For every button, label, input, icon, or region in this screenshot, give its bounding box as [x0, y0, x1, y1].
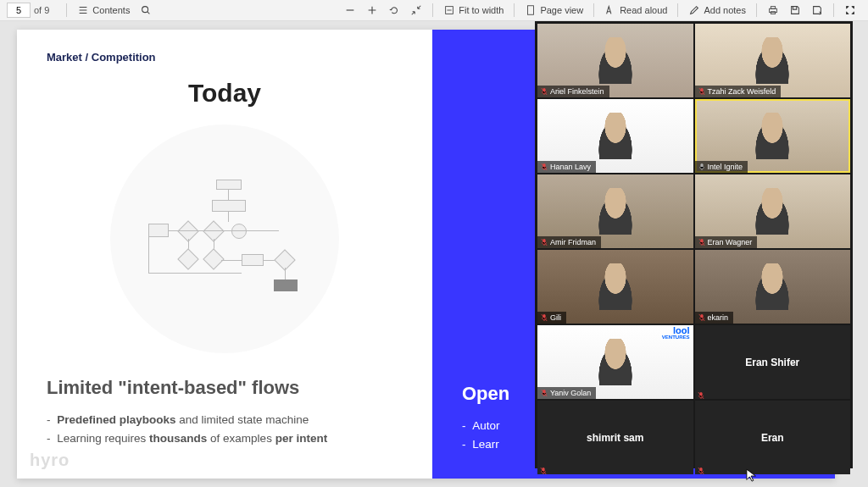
add-notes-button[interactable]: Add notes [683, 3, 751, 18]
svg-rect-2 [528, 6, 534, 15]
page-number-input[interactable] [7, 3, 31, 18]
participant-nameplate: Eran Wagner [695, 236, 758, 248]
contents-label: Contents [92, 5, 130, 15]
video-tile[interactable]: loolVENTURESYaniv Golan [537, 325, 693, 399]
page-view-button[interactable]: Page view [520, 3, 588, 18]
participant-nameplate: Hanan Lavy [537, 161, 596, 173]
slide-left-heading: Limited "intent-based" flows [47, 377, 403, 399]
participant-nameplate: Amir Fridman [537, 236, 601, 248]
pdf-toolbar: of 9 Contents Fit to width Page view Rea… [0, 0, 868, 21]
muted-mic-icon [541, 87, 548, 96]
video-tile[interactable]: shimrit sam [537, 401, 693, 474]
collapse-icon [410, 4, 422, 16]
print-icon [767, 4, 779, 16]
participant-nameplate: Intel Ignite [695, 161, 748, 173]
fit-width-icon [443, 4, 455, 16]
participant-name: Eran [695, 401, 851, 474]
video-tile[interactable]: Hanan Lavy [537, 99, 693, 173]
slide-left-bullets: Predefined playbooks and limited state m… [47, 411, 403, 449]
print-button[interactable] [762, 3, 784, 18]
slide-left-column: Market / Competition Today [17, 30, 432, 479]
mouse-cursor [746, 468, 758, 484]
participant-name: Ariel Finkelstein [550, 87, 604, 96]
video-tile[interactable]: Amir Fridman [537, 174, 693, 248]
rotate-icon [388, 4, 400, 16]
muted-mic-icon [698, 87, 705, 96]
slide-left-title: Today [47, 79, 403, 108]
rotate-button[interactable] [383, 3, 405, 18]
participant-nameplate: Ariel Finkelstein [537, 86, 609, 97]
video-call-panel[interactable]: Ariel FinkelsteinTzahi Zack WeisfeldHana… [535, 21, 853, 468]
participant-nameplate: Gili [537, 312, 566, 324]
add-notes-label: Add notes [704, 5, 746, 15]
zoom-out-button[interactable] [339, 3, 361, 18]
page-view-icon [525, 4, 537, 16]
muted-mic-icon [541, 238, 548, 246]
video-tile[interactable]: Eran [695, 401, 851, 474]
participant-name: Eran Shifer [695, 325, 851, 399]
zoom-in-button[interactable] [361, 3, 383, 18]
fit-to-width-button[interactable]: Fit to width [438, 3, 509, 18]
video-tile[interactable]: Intel Ignite [695, 99, 851, 173]
mic-icon [698, 163, 705, 171]
participant-name: shimrit sam [537, 401, 693, 474]
participant-nameplate: Yaniv Golan [537, 387, 596, 399]
saveas-button[interactable] [806, 3, 828, 18]
fullscreen-icon [844, 4, 856, 16]
participant-name: Hanan Lavy [550, 163, 591, 171]
pen-icon [688, 4, 700, 16]
video-tile[interactable]: Gili [537, 250, 693, 324]
participant-name: Gili [550, 313, 561, 322]
participant-nameplate: Tzahi Zack Weisfeld [695, 86, 782, 97]
muted-mic-icon [698, 463, 704, 472]
page-total-label: of 9 [34, 5, 49, 15]
video-tile[interactable]: Eran Shifer [695, 325, 851, 399]
contents-button[interactable]: Contents [72, 3, 135, 18]
muted-mic-icon [541, 389, 548, 397]
muted-mic-icon [698, 313, 705, 322]
participant-name: Tzahi Zack Weisfeld [708, 87, 776, 96]
read-aloud-icon [604, 4, 616, 16]
muted-mic-icon [540, 463, 547, 472]
saveas-icon [811, 4, 823, 16]
save-icon [789, 4, 801, 16]
plus-icon [366, 4, 378, 16]
svg-rect-4 [771, 7, 775, 9]
list-icon [77, 4, 89, 16]
brand-logo: hyro [30, 451, 70, 470]
lool-logo: loolVENTURES [662, 327, 690, 340]
video-tile[interactable]: Tzahi Zack Weisfeld [695, 24, 851, 97]
minus-icon [344, 4, 356, 16]
collapse-button[interactable] [405, 3, 427, 18]
bullet-item: Learning requires thousands of examples … [47, 429, 403, 448]
save-button[interactable] [784, 3, 806, 18]
muted-mic-icon [698, 388, 704, 396]
slide-breadcrumb: Market / Competition [47, 51, 403, 64]
svg-point-0 [142, 7, 148, 13]
participant-name: Amir Fridman [550, 238, 596, 246]
fit-width-label: Fit to width [459, 5, 504, 15]
flowchart-diagram [110, 125, 339, 353]
search-icon [140, 4, 152, 16]
video-tile[interactable]: Ariel Finkelstein [537, 24, 693, 97]
read-aloud-label: Read aloud [620, 5, 667, 15]
muted-mic-icon [698, 238, 705, 246]
participant-nameplate: ekarin [695, 312, 734, 324]
bullet-item: Predefined playbooks and limited state m… [47, 411, 403, 429]
participant-name: ekarin [708, 313, 729, 322]
participant-name: Intel Ignite [708, 163, 743, 171]
fullscreen-button[interactable] [839, 3, 861, 18]
video-tile[interactable]: ekarin [695, 250, 851, 324]
participant-name: Eran Wagner [708, 238, 753, 246]
search-button[interactable] [135, 3, 157, 18]
muted-mic-icon [541, 313, 548, 322]
page-view-label: Page view [540, 5, 583, 15]
muted-mic-icon [541, 163, 548, 171]
participant-name: Yaniv Golan [550, 389, 591, 397]
video-tile[interactable]: Eran Wagner [695, 174, 851, 248]
read-aloud-button[interactable]: Read aloud [599, 3, 672, 18]
